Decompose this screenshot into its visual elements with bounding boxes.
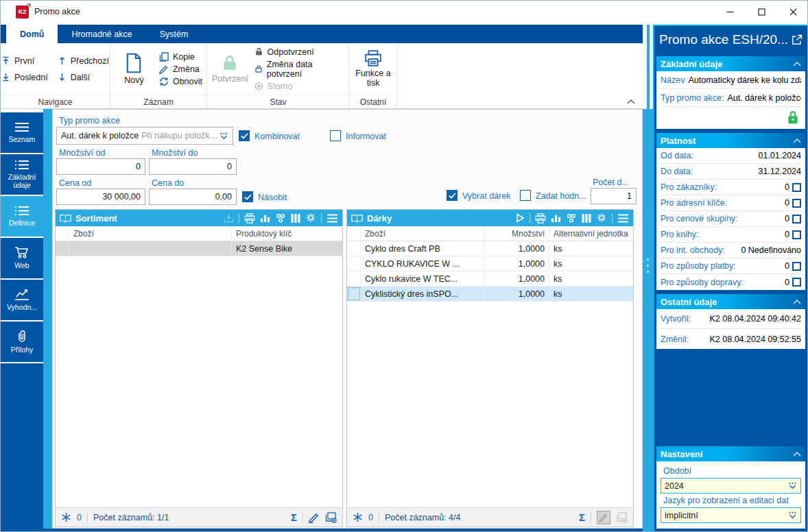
sidebar-item-web[interactable]: Web xyxy=(1,238,43,278)
dropdown-icon[interactable] xyxy=(788,511,797,519)
maximize-button[interactable] xyxy=(746,1,777,23)
import-icon[interactable] xyxy=(224,213,234,223)
mnozstvi-od-field[interactable]: 0 xyxy=(56,158,145,175)
cena-od-field[interactable]: 30 000,00 xyxy=(56,189,145,205)
columns-icon[interactable] xyxy=(582,213,591,223)
section-header[interactable]: Platnost xyxy=(656,133,805,148)
ribbon-collapse-button[interactable] xyxy=(623,97,639,106)
pocet-darku-field[interactable]: 1 xyxy=(591,188,637,204)
menu-icon[interactable] xyxy=(617,214,629,223)
ribbon-group-navigace: První Předchozí Poslední Další xyxy=(1,43,110,108)
next-button[interactable]: Další xyxy=(58,73,109,82)
column-alternativni-jednotka[interactable]: Alternativní jednotka xyxy=(549,226,633,241)
add-copy-icon[interactable] xyxy=(325,512,337,523)
vybrat-darek-checkbox[interactable] xyxy=(447,190,458,201)
table-row[interactable]: K2 Sense Bike xyxy=(56,241,342,256)
sidebar-item-zakladni-udaje[interactable]: Základní údaje xyxy=(1,154,43,195)
row-checkbox[interactable] xyxy=(792,262,801,271)
copy-button[interactable]: Kopie xyxy=(159,52,202,62)
edit-icon[interactable] xyxy=(309,512,320,523)
mnozstvi-od-label: Množství od xyxy=(59,148,105,158)
list-menu-icon xyxy=(14,122,29,132)
collapse-icon[interactable] xyxy=(793,300,801,304)
table-row-selected[interactable]: Cyklistický dres inSPO... 1,0000 ks xyxy=(347,287,633,302)
unconfirm-button[interactable]: Odpotvrzení xyxy=(254,47,345,57)
cluster-icon[interactable] xyxy=(566,213,577,223)
jazyk-combo[interactable]: implicitní xyxy=(661,507,801,523)
platnost-row: Pro zákazníky:0 xyxy=(661,180,801,195)
new-button[interactable]: Nový xyxy=(115,51,154,86)
tab-system[interactable]: Systém xyxy=(146,25,202,43)
functions-print-button[interactable]: Funkce a tisk xyxy=(354,49,392,90)
refresh-button[interactable]: Obnovit xyxy=(159,77,202,86)
kombinovat-checkbox[interactable] xyxy=(239,130,250,141)
cena-do-field[interactable]: 0,00 xyxy=(149,189,237,205)
mnozstvi-do-field[interactable]: 0 xyxy=(149,158,237,175)
row-checkbox[interactable] xyxy=(792,199,801,208)
external-link-icon[interactable] xyxy=(792,34,803,45)
collapse-icon[interactable] xyxy=(793,62,801,66)
row-checkbox[interactable] xyxy=(792,215,801,223)
print-icon[interactable] xyxy=(535,213,546,223)
dropdown-icon[interactable] xyxy=(788,482,797,489)
chart-icon[interactable] xyxy=(260,213,270,223)
gear-icon[interactable] xyxy=(305,213,316,223)
section-header[interactable]: Ostatní údaje xyxy=(656,294,805,309)
tab-hromadne-akce[interactable]: Hromadné akce xyxy=(58,25,145,43)
sidebar-item-definice[interactable]: Definice xyxy=(1,196,43,237)
informovat-checkbox[interactable] xyxy=(330,130,341,141)
row-checkbox[interactable] xyxy=(792,278,801,287)
close-button[interactable] xyxy=(777,1,808,23)
sidebar-item-seznam[interactable]: Seznam xyxy=(1,112,43,153)
sum-icon[interactable]: Σ xyxy=(291,511,297,523)
selector-column xyxy=(56,226,69,241)
table-row[interactable]: Cyklo dres Craft PB 1,0000 ks xyxy=(347,241,633,256)
print-icon[interactable] xyxy=(244,213,255,223)
collapse-icon[interactable] xyxy=(793,452,801,457)
chart-icon[interactable] xyxy=(551,213,561,223)
row-checkbox[interactable] xyxy=(792,183,801,192)
app-window: K2 Promo akce Domů Hromadné akce Systém xyxy=(0,0,808,532)
sum-icon[interactable]: Σ xyxy=(579,511,585,523)
typ-value: Aut. dárek k položce xyxy=(727,93,801,103)
gear-icon[interactable] xyxy=(596,213,607,223)
next-icon xyxy=(58,73,67,82)
column-mnozstvi[interactable]: Množství xyxy=(484,226,549,241)
change-button[interactable]: Změna xyxy=(159,64,202,74)
typ-promo-akce-combo[interactable]: Aut. dárek k položce Při nákupu položky … xyxy=(56,127,233,145)
section-header[interactable]: Nastavení xyxy=(656,446,805,461)
tab-domu[interactable]: Domů xyxy=(6,25,58,43)
section-header[interactable]: Základní údaje xyxy=(656,56,805,71)
sidebar-item-prilohy[interactable]: Přílohy xyxy=(1,322,43,362)
column-zbozi[interactable]: Zboží xyxy=(361,226,484,241)
definice-panel: Typ promo akce Aut. dárek k položce Při … xyxy=(52,109,643,529)
change-confirm-date-button[interactable]: Změna data potvrzení xyxy=(254,60,345,79)
collapse-icon[interactable] xyxy=(793,138,801,143)
table-row[interactable]: CYKLO RUKAVICE W ... 1,0000 ks xyxy=(347,256,633,271)
last-button[interactable]: Poslední xyxy=(1,73,48,82)
row-checkbox[interactable] xyxy=(792,230,801,239)
section-platnost: Platnost Od data:01.01.2024 Do data:31.1… xyxy=(656,133,805,290)
previous-icon xyxy=(58,56,67,65)
panel-splitter[interactable] xyxy=(643,109,653,532)
table-row[interactable]: Cyklo rukavice W TEC... 1,0000 ks xyxy=(347,271,633,287)
dropdown-icon[interactable] xyxy=(219,132,228,140)
cancel-button[interactable]: Storno xyxy=(254,82,345,91)
column-zbozi[interactable]: Zboží xyxy=(69,226,232,241)
column-produktovy-klic[interactable]: Produktový klíč xyxy=(232,226,342,241)
add-copy-icon xyxy=(616,512,628,523)
previous-button[interactable]: Předchozí xyxy=(58,56,109,66)
play-icon[interactable] xyxy=(516,213,525,223)
nasobit-checkbox[interactable] xyxy=(242,191,253,202)
obdobi-combo[interactable]: 2024 xyxy=(661,478,801,494)
minimize-button[interactable] xyxy=(714,1,746,23)
asterisk-icon xyxy=(61,512,71,522)
record-count: Počet záznamů: 4/4 xyxy=(385,513,460,522)
sidebar-item-vyhodnoceni[interactable]: Vyhodn... xyxy=(1,280,43,320)
menu-icon[interactable] xyxy=(326,214,338,223)
confirm-button[interactable]: Potvrzení xyxy=(211,53,249,85)
cluster-icon[interactable] xyxy=(275,213,286,223)
columns-icon[interactable] xyxy=(291,213,300,223)
zadat-hodnotu-checkbox[interactable] xyxy=(520,190,531,201)
first-button[interactable]: První xyxy=(1,56,48,66)
